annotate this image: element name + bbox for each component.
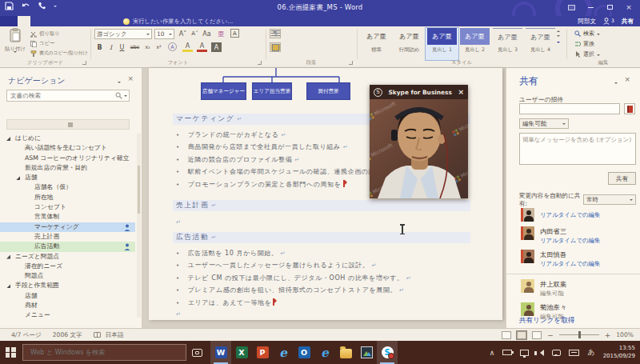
- invite-people-input[interactable]: [519, 103, 620, 114]
- enclose-characters-button[interactable]: A: [230, 29, 239, 38]
- ribbon-tab[interactable]: [56, 16, 69, 26]
- nav-heading-item[interactable]: 広告活動: [0, 242, 135, 251]
- close-button[interactable]: ×: [619, 0, 638, 14]
- taskbar-app-button[interactable]: O: [294, 341, 314, 364]
- orgchart-box[interactable]: 店舗マネージャー: [201, 82, 246, 100]
- action-center-icon[interactable]: [552, 350, 561, 356]
- font-dialog-launcher[interactable]: [258, 61, 262, 65]
- invite-message-input[interactable]: [519, 133, 636, 165]
- display-icon[interactable]: [520, 350, 529, 356]
- bullet-line[interactable]: •ユーザーへ一貫したメッセージを届けられるように設計。↵: [176, 259, 498, 271]
- task-view-button[interactable]: [186, 341, 207, 364]
- nav-heading-item[interactable]: 商材: [0, 301, 135, 310]
- shared-user-row[interactable]: リアルタイムでの編集: [506, 206, 640, 224]
- paragraph-dialog-launcher[interactable]: [349, 61, 353, 65]
- styles-scroll-down-icon[interactable]: [557, 35, 560, 38]
- share-button[interactable]: 共有: [608, 172, 636, 185]
- taskbar-app-button[interactable]: e: [273, 341, 294, 364]
- user-status-link[interactable]: 編集可能: [540, 290, 566, 298]
- navigation-pane-options-caret-icon[interactable]: [118, 82, 121, 85]
- taskbar-search-box[interactable]: [22, 344, 186, 361]
- user-status-link[interactable]: リアルタイムでの編集: [540, 211, 600, 219]
- nav-heading-item[interactable]: ASM コーヒーのオリジナリティ確立: [0, 154, 135, 163]
- clipboard-dialog-launcher[interactable]: [82, 61, 86, 65]
- coauthors-indicator[interactable]: 3: [603, 18, 614, 25]
- select-button[interactable]: 選択: [574, 50, 600, 58]
- minimize-button[interactable]: [581, 0, 600, 14]
- nav-selection-bar[interactable]: [6, 119, 130, 130]
- bullet-line[interactable]: •テレビ CM の投下は最小限にし、デジタル・OOH の比率を増やす。↵: [176, 272, 498, 284]
- style-chip[interactable]: あア亜 標準: [360, 28, 393, 60]
- shared-user-row[interactable]: 井上双葉 編集可能: [506, 274, 640, 300]
- strikethrough-button[interactable]: abc: [130, 42, 140, 52]
- ribbon-tab[interactable]: [107, 16, 120, 26]
- nav-heading-item[interactable]: 店舗: [0, 291, 135, 301]
- underline-button[interactable]: U: [117, 42, 127, 52]
- collapse-triangle-icon[interactable]: [16, 176, 20, 180]
- taskbar-app-button[interactable]: X: [231, 341, 252, 364]
- zoom-in-button[interactable]: +: [605, 331, 611, 339]
- read-mode-button[interactable]: [502, 331, 511, 339]
- highlight-color-button[interactable]: A: [182, 42, 193, 52]
- nav-heading-item[interactable]: 高い話題性を生むコンセプト: [0, 143, 135, 153]
- address-book-button[interactable]: [624, 103, 635, 114]
- navigation-pane-close-icon[interactable]: ×: [127, 74, 134, 82]
- phonetic-guide-button[interactable]: 亜: [216, 29, 226, 38]
- change-case-button[interactable]: Aa: [202, 29, 212, 38]
- shared-user-row[interactable]: 内田省三 リアルタイムでの編集: [506, 224, 640, 247]
- ribbon-display-options-button[interactable]: [562, 0, 581, 14]
- ime-indicator[interactable]: あ: [587, 347, 594, 358]
- collapse-triangle-icon[interactable]: [6, 255, 10, 259]
- skype-for-business-window[interactable]: S Skype for Business × Microsoft Microso…: [370, 85, 468, 198]
- user-status-link[interactable]: リアルタイムでの編集: [540, 237, 600, 245]
- search-input[interactable]: [7, 92, 115, 99]
- replace-button[interactable]: 置換: [574, 40, 594, 48]
- character-border-button[interactable]: A: [168, 42, 177, 51]
- taskbar-app-button[interactable]: e: [314, 341, 335, 364]
- copy-button[interactable]: コピー: [30, 40, 54, 47]
- borders-button[interactable]: [270, 42, 281, 52]
- start-button[interactable]: [0, 341, 21, 364]
- skype-close-icon[interactable]: ×: [458, 88, 464, 96]
- style-chip[interactable]: あア亜 行間詰め: [393, 28, 426, 60]
- get-sharing-link[interactable]: 共有リンクを取得: [519, 316, 575, 326]
- nav-heading-item[interactable]: 店舗名（仮）: [0, 182, 135, 192]
- collapse-triangle-icon[interactable]: [6, 284, 10, 288]
- taskbar-app-button[interactable]: W: [210, 341, 231, 364]
- subscript-button[interactable]: x₂: [142, 42, 153, 52]
- document-search-box[interactable]: [6, 90, 130, 102]
- ribbon-tab[interactable]: [0, 16, 18, 26]
- nav-heading-item[interactable]: 潜在的ニーズ: [0, 262, 135, 271]
- bold-button[interactable]: B: [94, 42, 105, 52]
- style-chip[interactable]: あア亜 見出し 2: [458, 28, 491, 60]
- skype-title-bar[interactable]: S Skype for Business ×: [370, 85, 468, 99]
- orgchart-box[interactable]: エリア担当営業: [252, 82, 292, 100]
- nav-heading-item[interactable]: マーケティング: [0, 222, 135, 232]
- ribbon-tab[interactable]: [30, 16, 43, 26]
- user-status-link[interactable]: リアルタイムでの編集: [540, 260, 600, 268]
- account-name[interactable]: 阿部文: [578, 18, 596, 26]
- zoom-slider-thumb[interactable]: [578, 331, 581, 338]
- nav-heading-item[interactable]: 所在地: [0, 193, 135, 202]
- taskbar-app-button[interactable]: [356, 341, 377, 364]
- ribbon-tab[interactable]: [43, 16, 56, 26]
- clock[interactable]: 13:55 2015/09/29: [603, 345, 635, 361]
- styles-scroll-up-icon[interactable]: [557, 29, 560, 32]
- proofing-book-icon[interactable]: [94, 332, 101, 338]
- nav-heading-item[interactable]: 問題点: [0, 271, 135, 281]
- search-options-caret-icon[interactable]: [124, 95, 127, 98]
- auto-share-dropdown[interactable]: 常時: [583, 194, 636, 205]
- bullet-line[interactable]: •エリアは、あえて一等地を↵: [176, 297, 498, 309]
- page-number-status[interactable]: 4/7 ページ: [11, 331, 42, 339]
- zoom-slider[interactable]: [559, 334, 599, 335]
- touch-keyboard-icon[interactable]: [569, 350, 579, 356]
- font-size-combo[interactable]: 10: [154, 29, 174, 39]
- shrink-font-button[interactable]: A˅: [190, 29, 200, 38]
- tell-me-box[interactable]: 実行したい作業を入力してください...: [123, 16, 233, 26]
- cut-button[interactable]: 切り取り: [30, 30, 60, 38]
- zoom-out-button[interactable]: −: [547, 331, 554, 339]
- grow-font-button[interactable]: A˄: [178, 29, 188, 38]
- battery-icon[interactable]: [502, 350, 512, 355]
- nav-heading-item[interactable]: メニュー: [0, 310, 135, 320]
- style-chip[interactable]: あア亜 見出し 3: [491, 28, 524, 60]
